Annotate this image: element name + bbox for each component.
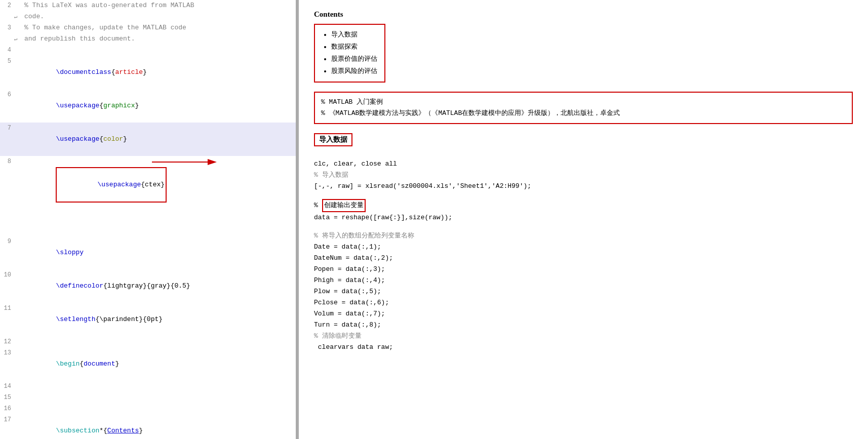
code-line-5: 5 \documentclass{article} xyxy=(0,56,296,89)
code-line-3b: ↵ and republish this document. xyxy=(0,33,296,45)
code-line-11: 11 \setlength{\parindent}{0pt} xyxy=(0,303,296,336)
pcode-line-6: % 将导入的数组分配给列变量名称 xyxy=(314,230,853,242)
line-num-16: 16 xyxy=(0,403,14,414)
code-line-16: 16 xyxy=(0,403,296,414)
pcode-line-2: % 导入数据 xyxy=(314,170,853,181)
preview-toc: 导入数据 数据探索 股票价值的评估 股票风险的评估 xyxy=(314,24,385,83)
line-content-3b: and republish this document. xyxy=(23,33,296,45)
line-content-8: \usepackage{ctex} xyxy=(23,156,296,236)
line-num-11: 11 xyxy=(0,303,14,314)
pcode-line-13: Volum = data(:,7); xyxy=(314,308,853,320)
comment-line1: % MATLAB 入门案例 xyxy=(321,97,846,108)
pcode-line-8: DateNum = data(:,2); xyxy=(314,253,853,264)
line-content-5: \documentclass{article} xyxy=(23,56,296,89)
svg-marker-1 xyxy=(208,159,217,165)
toc-item-3: 股票价值的评估 xyxy=(331,53,377,65)
line-num-9: 9 xyxy=(0,236,14,247)
preview-panel: Contents 导入数据 数据探索 股票价值的评估 股票风险的评估 % MAT… xyxy=(299,0,868,439)
line-num-2: 2 xyxy=(0,0,14,11)
pcode-line-16: clearvars data raw; xyxy=(314,342,853,353)
line-content-2: % This LaTeX was auto-generated from MAT… xyxy=(23,0,296,11)
code-line-8: 8 \usepackage{ctex} xyxy=(0,156,296,236)
pcode-spacer-2 xyxy=(314,223,853,230)
toc-item-2: 数据探索 xyxy=(331,41,377,53)
pcode-line-9: Popen = data(:,3); xyxy=(314,264,853,275)
code-line-3: 3 % To make changes, update the MATLAB c… xyxy=(0,22,296,33)
line-icon-3b: ↵ xyxy=(14,33,23,45)
pcode-line-5: data = reshape([raw{:}],size(raw)); xyxy=(314,212,853,223)
line-content-7: \usepackage{color} xyxy=(23,123,296,156)
pcode-line-12: Pclose = data(:,6); xyxy=(314,297,853,308)
code-line-12: 12 xyxy=(0,336,296,347)
line-num-3: 3 xyxy=(0,22,14,33)
code-line-6: 6 \usepackage{graphicx} xyxy=(0,89,296,123)
preview-comment-box: % MATLAB 入门案例 % 《MATLAB数学建模方法与实践》（《MATLA… xyxy=(314,92,853,124)
line-content-6: \usepackage{graphicx} xyxy=(23,89,296,123)
comment-line2: % 《MATLAB数学建模方法与实践》（《MATLAB在数学建模中的应用》升级版… xyxy=(321,108,846,119)
line-content-11: \setlength{\parindent}{0pt} xyxy=(23,303,296,336)
line-icon-2b: ↵ xyxy=(14,11,23,22)
line-num-6: 6 xyxy=(0,89,14,100)
code-line-14: 14 xyxy=(0,381,296,392)
preview-code-block: clc, clear, close all % 导入数据 [-,-, raw] … xyxy=(314,158,853,353)
toc-list: 导入数据 数据探索 股票价值的评估 股票风险的评估 xyxy=(322,29,377,77)
pcode-line-4: % 创建输出变量 xyxy=(314,199,853,212)
line-num-12: 12 xyxy=(0,336,14,347)
code-line-4: 4 xyxy=(0,45,296,56)
code-line-13: 13 \begin{document} xyxy=(0,347,296,381)
pcode-line-14: Turn = data(:,8); xyxy=(314,320,853,331)
toc-item-1: 导入数据 xyxy=(331,29,377,41)
line-num-15: 15 xyxy=(0,392,14,403)
toc-item-4: 股票风险的评估 xyxy=(331,65,377,77)
code-line-7: 7 \usepackage{color} xyxy=(0,123,296,156)
code-line-17: 17 \subsection*{Contents} xyxy=(0,414,296,439)
line-num-14: 14 xyxy=(0,381,14,392)
code-line-15: 15 xyxy=(0,392,296,403)
line-content-2b: code. xyxy=(23,11,296,22)
kw-documentclass: \documentclass xyxy=(56,68,111,76)
code-line-9: 9 \sloppy xyxy=(0,236,296,269)
code-editor-panel: 2 % This LaTeX was auto-generated from M… xyxy=(0,0,299,439)
pcode-line-7: Date = data(:,1); xyxy=(314,242,853,253)
line-content-3: % To make changes, update the MATLAB cod… xyxy=(23,22,296,33)
line-num-4: 4 xyxy=(0,45,14,56)
pcode-line-3: [-,-, raw] = xlsread('sz000004.xls','She… xyxy=(314,181,853,192)
line-num-7: 7 xyxy=(0,123,14,134)
line-num-13: 13 xyxy=(0,347,14,358)
pcode-line-1: clc, clear, close all xyxy=(314,158,853,170)
line-num-8: 8 xyxy=(0,156,14,167)
line-num-5: 5 xyxy=(0,56,14,67)
code-editor[interactable]: 2 % This LaTeX was auto-generated from M… xyxy=(0,0,296,439)
pcode-spacer-1 xyxy=(314,192,853,199)
pcode-line-15: % 清除临时变量 xyxy=(314,331,853,342)
code-line-10: 10 \definecolor{lightgray}{gray}{0.5} xyxy=(0,269,296,303)
line-content-13: \begin{document} xyxy=(23,347,296,381)
line-content-9: \sloppy xyxy=(23,236,296,269)
preview-section-title: 导入数据 xyxy=(314,133,352,146)
line-content-10: \definecolor{lightgray}{gray}{0.5} xyxy=(23,269,296,303)
line-num-10: 10 xyxy=(0,269,14,281)
line-num-17: 17 xyxy=(0,414,14,425)
code-line-2: 2 % This LaTeX was auto-generated from M… xyxy=(0,0,296,11)
section-title-container: 导入数据 xyxy=(314,133,853,152)
pcode-line-10: Phigh = data(:,4); xyxy=(314,275,853,286)
code-line-2b: ↵ code. xyxy=(0,11,296,22)
line-content-17: \subsection*{Contents} xyxy=(23,414,296,439)
pcode-line-11: Plow = data(:,5); xyxy=(314,286,853,297)
line8-boxed: \usepackage{ctex} xyxy=(56,167,167,203)
red-arrow-icon xyxy=(152,157,218,167)
preview-contents-title: Contents xyxy=(314,10,853,19)
